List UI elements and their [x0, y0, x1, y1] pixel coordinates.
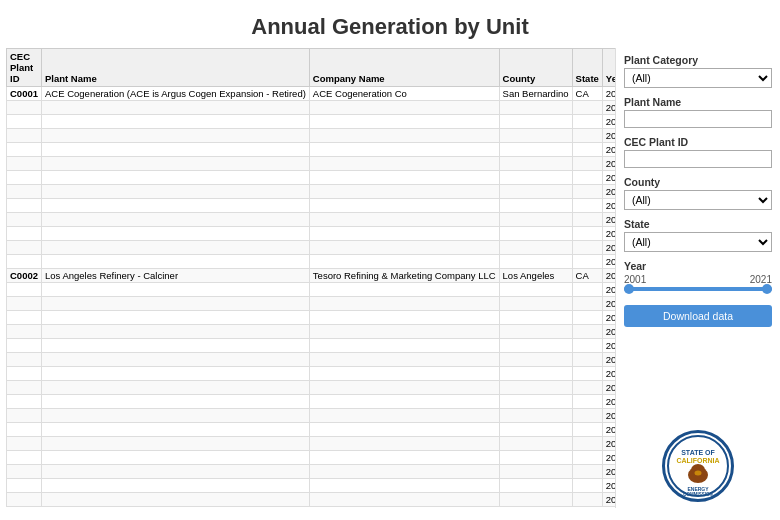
table-cell — [7, 493, 42, 507]
table-cell: 2016 — [602, 479, 615, 493]
ca-energy-commission-logo: STATE OF CALIFORNIA ENERGY COMMISSION — [662, 430, 734, 502]
table-cell — [499, 353, 572, 367]
table-cell — [572, 199, 602, 213]
table-cell — [42, 241, 310, 255]
table-cell — [42, 311, 310, 325]
table-row: 2002UNIT 1PCNG36262,5103,926,7063,558,32… — [7, 283, 616, 297]
table-cell: Los Angeles Refinery - Calciner — [42, 269, 310, 283]
table-cell — [499, 297, 572, 311]
table-cell — [499, 381, 572, 395]
download-button[interactable]: Download data — [624, 305, 772, 327]
table-cell — [309, 423, 499, 437]
table-cell — [572, 241, 602, 255]
table-cell — [499, 339, 572, 353]
table-cell: Tesoro Refining & Marketing Company LLC — [309, 269, 499, 283]
table-cell — [572, 451, 602, 465]
table-cell — [7, 353, 42, 367]
table-cell — [499, 493, 572, 507]
table-row: 2005GEN 1BITPC108764,4809,132,9196,893,4… — [7, 143, 616, 157]
table-row: 2010UNIT 1PCNG36216,8723,926,7803,702,03… — [7, 395, 616, 409]
table-cell — [7, 367, 42, 381]
table-cell — [572, 297, 602, 311]
logo-area: STATE OF CALIFORNIA ENERGY COMMISSION — [624, 430, 772, 502]
table-cell — [572, 227, 602, 241]
table-cell — [499, 395, 572, 409]
table-cell: 2017 — [602, 493, 615, 507]
table-cell — [309, 199, 499, 213]
table-cell — [572, 493, 602, 507]
table-cell: 2001 — [602, 269, 615, 283]
state-label: State — [624, 218, 772, 230]
table-cell — [42, 395, 310, 409]
table-cell: 2003 — [602, 297, 615, 311]
plant-name-input[interactable] — [624, 110, 772, 128]
table-cell — [499, 451, 572, 465]
col-company-name: Company Name — [309, 49, 499, 87]
table-cell: 2009 — [602, 199, 615, 213]
table-row: 2008GEN 1BITNG108803,0839,200,6959,184,2… — [7, 185, 616, 199]
table-cell — [499, 311, 572, 325]
table-row: 2014UNIT 1PCNG36208,4423,200,0663,007,93… — [7, 451, 616, 465]
table-row: 2008UNIT 1PCNG36201,4023,504,8623,414,45… — [7, 367, 616, 381]
page-title: Annual Generation by Unit — [0, 0, 780, 48]
col-cec-plant-id: CECPlantID — [7, 49, 42, 87]
svg-point-7 — [695, 471, 702, 476]
table-cell: 2010 — [602, 213, 615, 227]
state-select[interactable]: (All) — [624, 232, 772, 252]
cec-plant-id-input[interactable] — [624, 150, 772, 168]
table-cell — [42, 367, 310, 381]
year-label: Year — [624, 260, 772, 272]
table-row: 2013UNIT 1PCNG36193,8843,117,7652,945,49… — [7, 437, 616, 451]
plant-category-select[interactable]: (All) — [624, 68, 772, 88]
svg-text:CALIFORNIA: CALIFORNIA — [676, 457, 719, 464]
table-cell — [572, 423, 602, 437]
table-cell: CA — [572, 87, 602, 101]
table-row: 2015UNIT 1PCNG36229,3343,480,2583,322,33… — [7, 465, 616, 479]
table-cell — [7, 143, 42, 157]
table-cell — [499, 199, 572, 213]
county-select[interactable]: (All) — [624, 190, 772, 210]
table-cell — [499, 409, 572, 423]
table-cell: ACE Cogeneration Co — [309, 87, 499, 101]
table-cell — [42, 409, 310, 423]
col-county: County — [499, 49, 572, 87]
table-cell — [572, 129, 602, 143]
table-cell — [7, 199, 42, 213]
table-cell — [499, 143, 572, 157]
table-row: 2004UNIT 1PCNG36216,6013,166,6392,932,28… — [7, 311, 616, 325]
table-cell — [7, 171, 42, 185]
table-cell — [572, 185, 602, 199]
table-cell — [42, 255, 310, 269]
table-cell: 2005 — [602, 325, 615, 339]
table-cell — [572, 367, 602, 381]
table-cell — [42, 129, 310, 143]
table-cell — [42, 199, 310, 213]
table-cell — [309, 479, 499, 493]
table-cell: ACE Cogeneration (ACE is Argus Cogen Exp… — [42, 87, 310, 101]
table-cell — [7, 437, 42, 451]
table-cell — [572, 339, 602, 353]
plant-name-label: Plant Name — [624, 96, 772, 108]
table-cell — [7, 395, 42, 409]
table-cell — [42, 157, 310, 171]
table-cell — [309, 255, 499, 269]
table-cell — [309, 283, 499, 297]
table-cell: San Bernardino — [499, 87, 572, 101]
table-cell — [42, 451, 310, 465]
table-cell — [7, 255, 42, 269]
table-cell — [499, 479, 572, 493]
table-cell — [572, 255, 602, 269]
svg-text:COMMISSION: COMMISSION — [683, 492, 713, 497]
table-cell: 2013 — [602, 255, 615, 269]
table-cell — [7, 241, 42, 255]
table-cell: 2007 — [602, 353, 615, 367]
table-cell — [309, 115, 499, 129]
table-cell — [309, 297, 499, 311]
table-cell — [42, 465, 310, 479]
table-cell — [7, 311, 42, 325]
table-cell — [572, 213, 602, 227]
table-row: 2002GEN 1BITPC108740,74210,651,3529,186,… — [7, 101, 616, 115]
year-slider[interactable] — [624, 287, 772, 291]
table-cell — [572, 115, 602, 129]
table-row: 2011UNIT 1PCNG36219,4053,434,0243,284,09… — [7, 409, 616, 423]
